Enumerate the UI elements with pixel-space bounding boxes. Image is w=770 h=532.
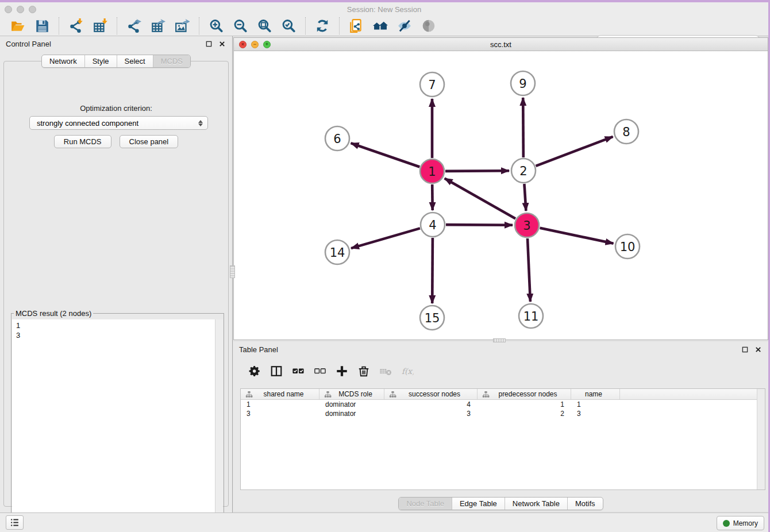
column-label: successor nodes bbox=[398, 390, 475, 398]
tab-select[interactable]: Select bbox=[117, 55, 153, 67]
memory-button[interactable]: Memory bbox=[717, 516, 764, 530]
import-table-icon[interactable] bbox=[91, 17, 109, 34]
graph-edge-4-15[interactable] bbox=[432, 238, 433, 303]
tab-node-table[interactable]: Node Table bbox=[399, 498, 452, 510]
float-panel-icon[interactable] bbox=[205, 40, 213, 48]
graph-node-label: 2 bbox=[519, 164, 527, 178]
tab-network-table[interactable]: Network Table bbox=[505, 498, 568, 510]
graph-edge-4-3[interactable] bbox=[446, 225, 513, 225]
select-all-columns-icon[interactable] bbox=[290, 363, 306, 379]
zoom-fit-icon[interactable] bbox=[256, 17, 273, 34]
tab-edge-table[interactable]: Edge Table bbox=[452, 498, 505, 510]
column-label: predecessor nodes bbox=[491, 390, 568, 398]
network-canvas[interactable]: 7968124314101511 bbox=[234, 51, 768, 340]
network-graph[interactable]: 7968124314101511 bbox=[234, 51, 768, 340]
memory-label: Memory bbox=[733, 519, 758, 527]
table-panel-header: Table Panel bbox=[233, 342, 768, 357]
horizontal-splitter-grip[interactable] bbox=[493, 338, 506, 342]
optimization-criterion-label: Optimization criterion: bbox=[4, 104, 228, 113]
network-window: × − + scc.txt 7968124314101511 bbox=[233, 37, 768, 340]
zoom-out-icon[interactable] bbox=[232, 17, 249, 34]
toolbar-separator bbox=[59, 17, 59, 34]
graph-edge-3-1[interactable] bbox=[445, 178, 515, 218]
export-network-icon[interactable] bbox=[125, 17, 143, 34]
hide-graphics-details-icon[interactable] bbox=[396, 17, 413, 34]
open-file-icon[interactable] bbox=[9, 17, 26, 34]
zoom-selected-icon[interactable] bbox=[280, 17, 297, 34]
column-header-successor-nodes[interactable]: successor nodes bbox=[384, 389, 478, 399]
close-panel-button[interactable]: Close panel bbox=[120, 135, 179, 148]
mcds-result-item[interactable]: 1 bbox=[16, 321, 215, 330]
tab-style[interactable]: Style bbox=[85, 55, 117, 67]
column-header-mcds-role[interactable]: MCDS role bbox=[319, 389, 384, 399]
table-cell[interactable]: 3 bbox=[241, 409, 319, 418]
graph-edge-1-6[interactable] bbox=[351, 143, 420, 167]
table-cell[interactable]: 4 bbox=[384, 400, 478, 409]
save-session-icon[interactable] bbox=[33, 17, 51, 34]
export-table-icon[interactable] bbox=[149, 17, 167, 34]
column-header-shared-name[interactable]: shared name bbox=[241, 389, 319, 399]
show-columns-icon[interactable] bbox=[268, 363, 284, 379]
add-column-icon[interactable] bbox=[334, 363, 350, 379]
import-network-icon[interactable] bbox=[67, 17, 84, 34]
column-header-name[interactable]: name bbox=[571, 389, 620, 399]
mcds-result-item[interactable]: 3 bbox=[16, 330, 215, 340]
control-panel-title: Control Panel bbox=[6, 40, 51, 48]
graph-edge-2-3[interactable] bbox=[524, 184, 526, 211]
table-cell[interactable]: 1 bbox=[241, 400, 319, 409]
close-table-panel-icon[interactable] bbox=[754, 345, 763, 354]
mcds-result-title: MCDS result (2 nodes) bbox=[14, 309, 93, 318]
home-icon[interactable] bbox=[372, 17, 389, 34]
vertical-splitter-grip[interactable] bbox=[230, 265, 235, 278]
graph-edge-3-10[interactable] bbox=[540, 228, 614, 244]
refresh-layout-icon[interactable] bbox=[314, 17, 331, 34]
delete-column-icon[interactable] bbox=[356, 363, 372, 379]
application-window: Session: New Session Control Panel Netwo… bbox=[0, 0, 770, 532]
network-window-titlebar: × − + scc.txt bbox=[234, 38, 768, 51]
table-tabs: Node TableEdge TableNetwork TableMotifs bbox=[233, 497, 768, 510]
unselect-all-columns-icon[interactable] bbox=[312, 363, 328, 379]
table-cell[interactable]: dominator bbox=[319, 409, 384, 418]
table-cell[interactable]: 1 bbox=[478, 400, 571, 409]
task-history-button[interactable] bbox=[6, 515, 24, 530]
result-scrollbar[interactable] bbox=[215, 319, 223, 525]
run-mcds-button[interactable]: Run MCDS bbox=[54, 135, 111, 148]
tab-motifs[interactable]: Motifs bbox=[568, 498, 603, 510]
close-panel-icon[interactable] bbox=[218, 40, 226, 48]
export-image-icon[interactable] bbox=[174, 17, 191, 34]
graph-node-label: 8 bbox=[622, 125, 630, 139]
table-settings-icon[interactable] bbox=[247, 363, 263, 379]
delete-table-icon bbox=[378, 363, 394, 379]
tab-mcds[interactable]: MCDS bbox=[153, 55, 190, 67]
svg-text:f(x): f(x) bbox=[402, 367, 414, 376]
table-row[interactable]: 3dominator323 bbox=[241, 409, 765, 418]
clone-network-icon[interactable] bbox=[348, 17, 365, 34]
mcds-result-list: 13 bbox=[12, 319, 215, 525]
function-builder-icon: f(x) bbox=[399, 363, 415, 379]
column-label: name bbox=[573, 390, 617, 398]
graph-node-label: 10 bbox=[620, 240, 636, 254]
tab-network[interactable]: Network bbox=[42, 55, 85, 67]
optimization-criterion-select[interactable]: strongly connected component bbox=[29, 116, 208, 130]
table-cell[interactable]: 3 bbox=[571, 409, 620, 418]
table-cell[interactable]: 3 bbox=[384, 409, 478, 418]
graph-edge-2-9[interactable] bbox=[523, 98, 523, 157]
table-row[interactable]: 1dominator411 bbox=[241, 400, 765, 409]
table-cell[interactable]: 1 bbox=[571, 400, 620, 409]
graph-edge-2-8[interactable] bbox=[536, 137, 613, 166]
graph-edge-1-2[interactable] bbox=[445, 171, 509, 171]
window-title: Session: New Session bbox=[0, 5, 768, 14]
float-table-panel-icon[interactable] bbox=[741, 345, 749, 354]
graph-edge-1-4[interactable] bbox=[432, 184, 433, 210]
table-scrollbar[interactable] bbox=[757, 389, 765, 489]
toolbar-separator bbox=[339, 17, 340, 34]
graph-edge-3-11[interactable] bbox=[528, 238, 530, 302]
window-titlebar: Session: New Session bbox=[0, 2, 768, 16]
zoom-in-icon[interactable] bbox=[207, 17, 225, 34]
graph-edge-4-14[interactable] bbox=[351, 228, 420, 248]
graph-node-label: 15 bbox=[425, 311, 440, 325]
table-cell[interactable]: 2 bbox=[478, 409, 571, 418]
status-bar: Memory bbox=[0, 512, 768, 532]
column-header-predecessor-nodes[interactable]: predecessor nodes bbox=[478, 389, 571, 399]
table-cell[interactable]: dominator bbox=[319, 400, 384, 409]
